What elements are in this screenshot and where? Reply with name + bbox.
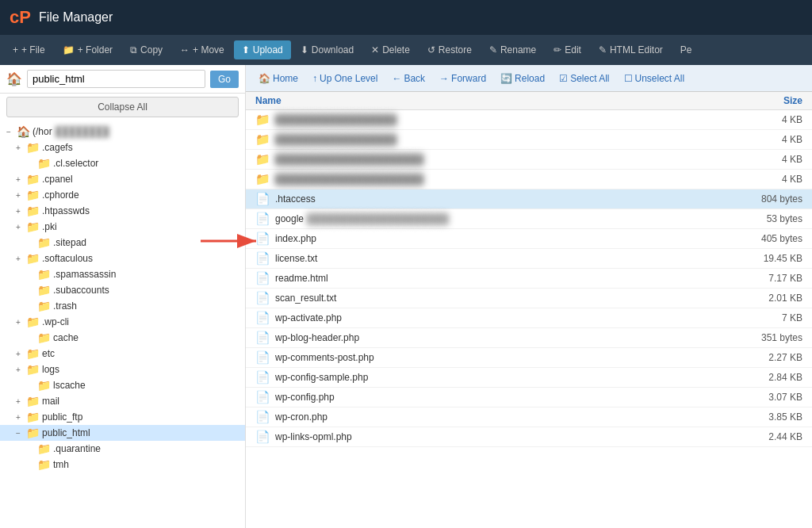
folder-icon: 📁 (37, 379, 51, 392)
tree-item-trash[interactable]: 📁 .trash (0, 298, 245, 314)
folder-icon: 📁 (26, 189, 40, 201)
tree-item-cl-selector[interactable]: 📁 .cl.selector (0, 155, 245, 171)
name-column-header: Name (255, 95, 723, 106)
tree-item-cache[interactable]: 📁 cache (0, 330, 245, 346)
forward-icon: → (439, 73, 449, 84)
path-input[interactable] (27, 70, 205, 88)
php-file-icon: 📄 (255, 231, 270, 246)
tree-item-cagefs[interactable]: + 📁 .cagefs (0, 140, 245, 155)
tree-item-root[interactable]: − 🏠 (/hor ████████ (0, 124, 245, 140)
folder-icon: 📁 (37, 268, 51, 281)
copy-button[interactable]: ⧉ Copy (122, 40, 170, 59)
folder-add-icon: 📁 (63, 44, 75, 55)
list-item-license-txt[interactable]: 📄 license.txt 19.45 KB (246, 249, 812, 269)
tree-item-wp-cli[interactable]: + 📁 .wp-cli (0, 314, 245, 330)
forward-button[interactable]: → Forward (433, 70, 492, 87)
folder-icon: 📁 (26, 141, 40, 154)
download-icon: ⬇ (301, 44, 308, 55)
tree-item-logs[interactable]: + 📁 logs (0, 362, 245, 377)
collapse-all-button[interactable]: Collapse All (6, 97, 239, 117)
list-item-wp-blog-header[interactable]: 📄 wp-blog-header.php 351 bytes (246, 328, 812, 348)
html-file-icon: 📄 (255, 271, 270, 285)
list-item-htaccess[interactable]: 📄 .htaccess 804 bytes (246, 189, 812, 209)
expand-icon: + (13, 350, 24, 358)
folder-icon: 📁 (26, 252, 40, 265)
app-logo: cP (10, 7, 31, 28)
home-nav-button[interactable]: 🏠 Home (252, 70, 304, 87)
unselect-all-button[interactable]: ☐ Unselect All (618, 70, 691, 87)
folder-icon: 📁 (26, 205, 40, 217)
tree-item-spamassassin[interactable]: 📁 .spamassassin (0, 266, 245, 282)
edit-button[interactable]: ✏ Edit (546, 40, 589, 59)
list-item[interactable]: 📁 ██████████████████ 4 KB (246, 130, 812, 150)
folder-icon: 📁 (37, 331, 51, 344)
folder-icon: 📁 (26, 395, 40, 407)
upload-icon: ⬆ (242, 44, 250, 55)
html-editor-button[interactable]: ✎ HTML Editor (591, 40, 671, 59)
toolbar: + + File 📁 + Folder ⧉ Copy ↔ + Move ⬆ Up… (0, 35, 812, 65)
list-item[interactable]: 📁 ██████████████████████ 4 KB (246, 150, 812, 170)
list-item-readme-html[interactable]: 📄 readme.html 7.17 KB (246, 269, 812, 289)
tree-item-public-ftp[interactable]: + 📁 public_ftp (0, 409, 245, 425)
home-nav-icon: 🏠 (259, 73, 270, 84)
list-item[interactable]: 📁 ██████████████████ 4 KB (246, 110, 812, 130)
reload-button[interactable]: 🔄 Reload (494, 70, 551, 87)
back-button[interactable]: ← Back (385, 70, 431, 87)
tree-item-cpanel[interactable]: + 📁 .cpanel (0, 171, 245, 187)
delete-button[interactable]: ✕ Delete (363, 40, 418, 59)
tree-item-sitepad[interactable]: 📁 .sitepad (0, 235, 245, 251)
expand-icon: + (13, 207, 24, 216)
upload-button[interactable]: ⬆ Upload (234, 40, 291, 59)
file-tree: − 🏠 (/hor ████████ + 📁 .cagefs 📁 .cl.sel… (0, 121, 245, 528)
php-file-icon: 📄 (255, 311, 270, 325)
tree-item-mail[interactable]: + 📁 mail (0, 393, 245, 409)
list-item-scan-result[interactable]: 📄 scan_result.txt 2.01 KB (246, 289, 812, 308)
tree-item-subaccounts[interactable]: 📁 .subaccounts (0, 282, 245, 298)
tree-item-public-html[interactable]: − 📁 public_html (0, 425, 245, 441)
up-one-level-button[interactable]: ↑ Up One Level (306, 70, 384, 87)
restore-icon: ↺ (427, 44, 435, 55)
php-file-icon: 📄 (255, 350, 270, 365)
html-editor-icon: ✎ (599, 44, 607, 55)
list-item-wp-config-sample[interactable]: 📄 wp-config-sample.php 2.84 KB (246, 368, 812, 388)
tree-item-pki[interactable]: + 📁 .pki (0, 219, 245, 235)
list-item[interactable]: 📁 ██████████████████████ 4 KB (246, 170, 812, 189)
file-button[interactable]: + + File (5, 40, 53, 59)
folder-button[interactable]: 📁 + Folder (55, 40, 121, 59)
list-item-wp-links-opml[interactable]: 📄 wp-links-opml.php 2.44 KB (246, 427, 812, 447)
permissions-button[interactable]: Pe (672, 40, 700, 59)
tree-item-htpasswds[interactable]: + 📁 .htpasswds (0, 203, 245, 219)
select-all-button[interactable]: ☑ Select All (553, 70, 615, 87)
expand-icon: + (13, 365, 24, 374)
tree-item-tmh[interactable]: 📁 tmh (0, 457, 245, 473)
home-icon[interactable]: 🏠 (6, 71, 22, 86)
list-item-google[interactable]: 📄 google█████████████████████ 53 bytes (246, 209, 812, 229)
list-item-wp-config[interactable]: 📄 wp-config.php 3.07 KB (246, 388, 812, 407)
go-button[interactable]: Go (210, 71, 239, 88)
list-item-wp-activate[interactable]: 📄 wp-activate.php 7 KB (246, 308, 812, 328)
tree-item-quarantine[interactable]: 📁 .quarantine (0, 441, 245, 457)
left-panel: 🏠 Go Collapse All − 🏠 (/hor ████████ + 📁… (0, 65, 246, 528)
tree-item-cphorde[interactable]: + 📁 .cphorde (0, 187, 245, 203)
list-item-index-php[interactable]: 📄 index.php 405 bytes (246, 229, 812, 249)
list-item-wp-comments-post[interactable]: 📄 wp-comments-post.php 2.27 KB (246, 348, 812, 368)
tree-item-etc[interactable]: + 📁 etc (0, 346, 245, 362)
folder-icon: 📁 (37, 284, 51, 297)
folder-icon: 📁 (255, 152, 270, 166)
download-button[interactable]: ⬇ Download (293, 40, 362, 59)
list-item-wp-cron[interactable]: 📄 wp-cron.php 3.85 KB (246, 407, 812, 427)
folder-icon: 📁 (26, 173, 40, 186)
php-file-icon: 📄 (255, 410, 270, 424)
restore-button[interactable]: ↺ Restore (419, 40, 480, 59)
edit-icon: ✏ (553, 44, 561, 55)
tree-item-softaculous[interactable]: + 📁 .softaculous (0, 251, 245, 266)
folder-icon: 📁 (37, 300, 51, 312)
tree-item-lscache[interactable]: 📁 lscache (0, 377, 245, 393)
rename-icon: ✎ (489, 44, 497, 55)
folder-icon: 📁 (255, 113, 270, 127)
rename-button[interactable]: ✎ Rename (481, 40, 544, 59)
file-list: Name Size 📁 ██████████████████ 4 KB 📁 ██… (246, 92, 812, 528)
php-file-icon: 📄 (255, 430, 270, 444)
move-button[interactable]: ↔ + Move (172, 40, 232, 59)
txt-file-icon: 📄 (255, 251, 270, 266)
